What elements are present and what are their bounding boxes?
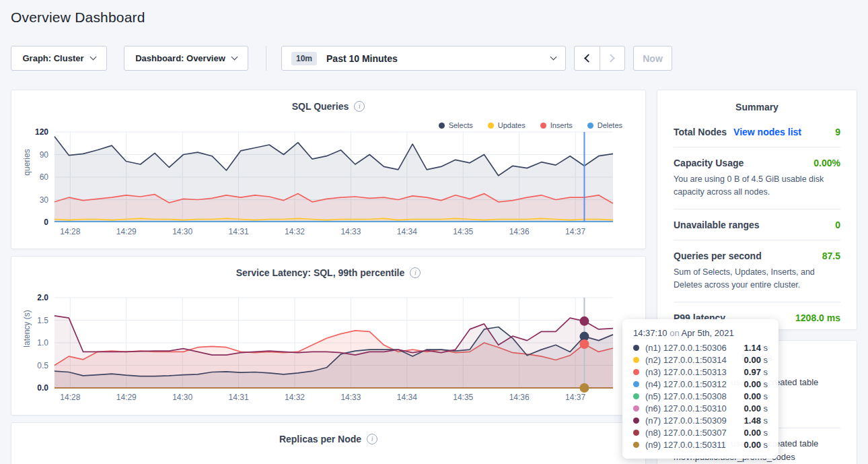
time-range-label: Past 10 Minutes bbox=[326, 53, 398, 64]
tooltip-node-value: 0.97 s bbox=[744, 367, 768, 377]
y-tick-label: 120 bbox=[35, 128, 48, 137]
x-tick-label: 14:34 bbox=[397, 227, 417, 236]
x-tick-label: 14:36 bbox=[509, 227, 530, 236]
tooltip-node-unit: s bbox=[764, 379, 768, 389]
service-latency-card: Service Latency: SQL, 99th percentile i … bbox=[11, 256, 646, 416]
chart-hover-tooltip: 14:37:10 on Apr 5th, 2021 (n1) 127.0.0.1… bbox=[622, 319, 779, 459]
summary-row-description: Sum of Selects, Updates, Inserts, and De… bbox=[674, 266, 840, 292]
tooltip-node-dot-icon bbox=[633, 430, 639, 436]
chevron-down-icon bbox=[89, 54, 96, 61]
chevron-down-icon bbox=[231, 54, 238, 61]
summary-row-value: 0.00% bbox=[813, 158, 840, 168]
tooltip-row: (n2) 127.0.0.1:503140.00 s bbox=[633, 354, 768, 366]
summary-rows: Total NodesView nodes list9Capacity Usag… bbox=[657, 117, 857, 333]
tooltip-node-value: 0.00 s bbox=[744, 440, 768, 450]
summary-row: Unavailable ranges0 bbox=[674, 209, 840, 240]
replicas-per-node-card: Replicas per Node i bbox=[11, 422, 646, 464]
summary-row-value: 0 bbox=[835, 220, 840, 230]
tooltip-node-label: (n1) 127.0.0.1:50306 bbox=[645, 343, 727, 353]
summary-row: Capacity Usage0.00%You are using 0 B of … bbox=[674, 147, 840, 209]
toolbar-divider bbox=[266, 46, 266, 71]
tooltip-node-dot-icon bbox=[633, 418, 639, 424]
tooltip-node-label: (n7) 127.0.0.1:50309 bbox=[645, 416, 727, 426]
page-title: Overview Dashboard bbox=[11, 9, 145, 26]
info-icon[interactable]: i bbox=[367, 434, 377, 444]
x-tick-label: 14:30 bbox=[172, 227, 192, 236]
tooltip-node-dot-icon bbox=[633, 381, 639, 387]
summary-row-label: Unavailable ranges bbox=[674, 220, 760, 230]
y-tick-label: 0 bbox=[44, 218, 48, 227]
sql-queries-title: SQL Queries bbox=[292, 101, 349, 112]
tooltip-node-label: (n8) 127.0.0.1:50307 bbox=[645, 428, 727, 438]
x-tick-label: 14:29 bbox=[116, 227, 137, 236]
summary-row-description: You are using 0 B of 4.5 GiB usable disk… bbox=[674, 173, 840, 199]
tooltip-row: (n1) 127.0.0.1:503061.14 s bbox=[633, 341, 768, 354]
tooltip-node-label: (n3) 127.0.0.1:50313 bbox=[645, 367, 727, 377]
chevron-right-icon bbox=[607, 54, 616, 63]
summary-row-line: Capacity Usage0.00% bbox=[674, 158, 840, 168]
tooltip-node-unit: s bbox=[764, 403, 768, 413]
sql-queries-card: SQL Queries i SelectsUpdatesInsertsDelet… bbox=[11, 90, 646, 249]
sql-queries-chart[interactable]: 14:2814:2914:3014:3114:3214:3314:3414:35… bbox=[21, 128, 635, 244]
x-tick-label: 14:28 bbox=[60, 393, 80, 402]
tooltip-row: (n4) 127.0.0.1:503120.00 s bbox=[633, 378, 768, 390]
tooltip-node-dot-icon bbox=[633, 393, 639, 399]
tooltip-row: (n9) 127.0.0.1:503110.00 s bbox=[633, 438, 768, 451]
tooltip-node-unit: s bbox=[764, 416, 768, 426]
time-next-button[interactable] bbox=[600, 46, 624, 70]
hover-dot bbox=[579, 383, 589, 393]
y-tick-label: 1.0 bbox=[37, 338, 48, 347]
summary-row-value: 1208.0 ms bbox=[795, 312, 840, 323]
view-nodes-list-link[interactable]: View nodes list bbox=[733, 127, 801, 137]
time-range-dropdown[interactable]: 10m Past 10 Minutes bbox=[281, 46, 566, 71]
summary-row: Total NodesView nodes list9 bbox=[674, 117, 840, 147]
x-tick-label: 14:37 bbox=[565, 393, 585, 402]
summary-row-label: Capacity Usage bbox=[674, 158, 744, 168]
graph-dropdown[interactable]: Graph: Cluster bbox=[11, 46, 107, 71]
y-tick-label: 0.5 bbox=[37, 361, 48, 370]
tooltip-row: (n8) 127.0.0.1:503070.00 s bbox=[633, 426, 768, 438]
y-tick-label: 90 bbox=[40, 150, 49, 160]
x-tick-label: 14:35 bbox=[453, 227, 473, 236]
tooltip-node-value: 0.00 s bbox=[744, 379, 768, 389]
tooltip-node-value: 0.00 s bbox=[744, 391, 768, 401]
info-icon[interactable]: i bbox=[354, 101, 365, 112]
info-icon[interactable]: i bbox=[410, 267, 421, 278]
tooltip-node-label: (n6) 127.0.0.1:50310 bbox=[645, 403, 727, 413]
tooltip-node-value: 1.48 s bbox=[744, 416, 768, 426]
now-button[interactable]: Now bbox=[633, 46, 672, 71]
tooltip-node-value: 0.00 s bbox=[744, 403, 768, 413]
time-step-group bbox=[574, 46, 625, 71]
summary-row: Queries per second87.5Sum of Selects, Up… bbox=[674, 240, 840, 302]
x-tick-label: 14:32 bbox=[285, 393, 305, 402]
tooltip-node-dot-icon bbox=[633, 405, 639, 411]
summary-row-value: 9 bbox=[835, 127, 840, 137]
time-prev-button[interactable] bbox=[575, 46, 600, 70]
x-tick-label: 14:36 bbox=[509, 393, 530, 402]
x-tick-label: 14:32 bbox=[285, 227, 305, 236]
tooltip-node-label: (n4) 127.0.0.1:50312 bbox=[645, 379, 727, 389]
service-latency-chart[interactable]: 14:2814:2914:3014:3114:3214:3314:3414:35… bbox=[21, 294, 635, 409]
tooltip-node-value: 0.00 s bbox=[744, 355, 768, 365]
x-tick-label: 14:35 bbox=[453, 393, 473, 402]
y-tick-label: 60 bbox=[40, 172, 49, 182]
dashboard-dropdown[interactable]: Dashboard: Overview bbox=[124, 46, 248, 71]
summary-row-value: 87.5 bbox=[822, 251, 840, 261]
chevron-down-icon bbox=[550, 54, 557, 61]
hover-dot bbox=[579, 317, 589, 326]
tooltip-node-unit: s bbox=[764, 391, 768, 401]
tooltip-row: (n3) 127.0.0.1:503130.97 s bbox=[633, 366, 768, 378]
x-tick-label: 14:28 bbox=[60, 227, 80, 236]
tooltip-node-unit: s bbox=[764, 440, 768, 450]
tooltip-node-unit: s bbox=[764, 343, 768, 353]
summary-row-line: Queries per second87.5 bbox=[674, 251, 840, 261]
summary-row-label: Total Nodes bbox=[674, 127, 727, 137]
tooltip-node-unit: s bbox=[764, 428, 768, 438]
summary-title: Summary bbox=[657, 90, 857, 117]
tooltip-node-value: 1.14 s bbox=[744, 343, 768, 353]
graph-dropdown-label: Graph: Cluster bbox=[22, 53, 83, 63]
summary-row-label: Queries per second bbox=[674, 251, 762, 261]
replicas-per-node-title: Replicas per Node bbox=[279, 434, 361, 444]
x-tick-label: 14:31 bbox=[229, 393, 249, 402]
tooltip-node-value: 0.00 s bbox=[744, 428, 768, 438]
